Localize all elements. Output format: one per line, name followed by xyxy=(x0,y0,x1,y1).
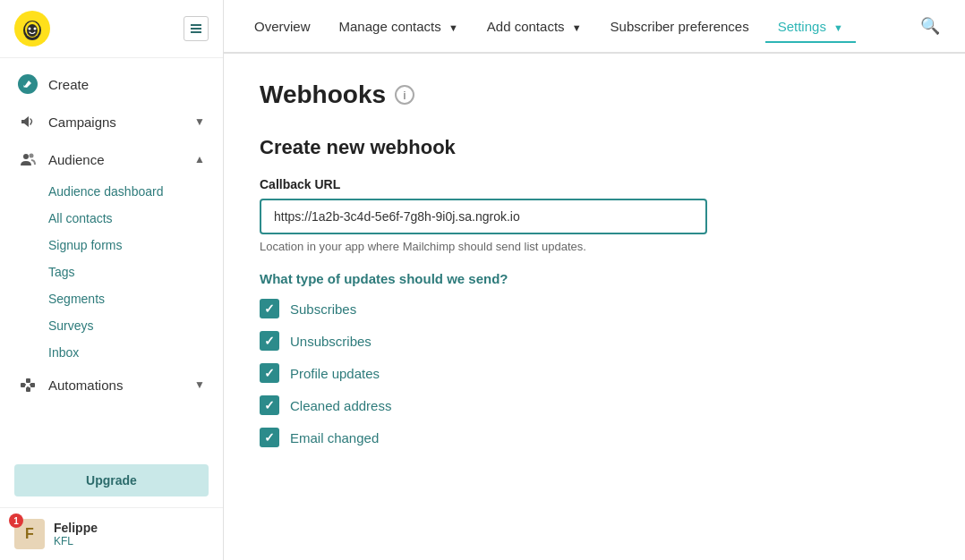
sidebar-item-signup-forms[interactable]: Signup forms xyxy=(48,232,223,259)
cleaned-address-checkbox[interactable]: ✓ xyxy=(260,395,279,415)
main-content: Overview Manage contacts ▼ Add contacts … xyxy=(224,0,965,560)
top-nav-settings[interactable]: Settings ▼ xyxy=(765,12,856,43)
sidebar-audience-label: Audience xyxy=(48,152,105,167)
updates-question: What type of updates should we send? xyxy=(260,271,929,286)
user-name: Felippe xyxy=(54,521,98,535)
sidebar-header xyxy=(0,0,223,58)
checkbox-cleaned-address: ✓ Cleaned address xyxy=(260,395,929,415)
people-icon xyxy=(18,149,38,169)
campaigns-chevron-icon: ▼ xyxy=(194,115,205,128)
sidebar: Create Campaigns ▼ A xyxy=(0,0,224,560)
add-contacts-chevron-icon: ▼ xyxy=(572,22,582,33)
svg-rect-12 xyxy=(21,383,25,387)
sidebar-item-inbox[interactable]: Inbox xyxy=(48,339,223,366)
mailchimp-logo xyxy=(14,11,50,47)
sidebar-item-campaigns[interactable]: Campaigns ▼ xyxy=(0,103,223,140)
sidebar-item-tags[interactable]: Tags xyxy=(48,259,223,285)
sidebar-item-surveys[interactable]: Surveys xyxy=(48,312,223,339)
page-title-row: Webhooks i xyxy=(260,81,929,109)
search-icon[interactable]: 🔍 xyxy=(913,9,947,43)
checkbox-profile-updates: ✓ Profile updates xyxy=(260,363,929,383)
sidebar-item-automations[interactable]: Automations ▼ xyxy=(0,366,223,403)
automations-chevron-icon: ▼ xyxy=(194,378,205,391)
callback-url-input[interactable] xyxy=(260,199,707,234)
svg-point-4 xyxy=(29,28,31,30)
checkbox-email-changed: ✓ Email changed xyxy=(260,428,929,447)
page-title: Webhooks xyxy=(260,81,386,109)
profile-updates-checkbox[interactable]: ✓ xyxy=(260,363,279,383)
top-nav-overview[interactable]: Overview xyxy=(242,12,323,43)
svg-rect-7 xyxy=(191,28,201,30)
avatar-badge: 1 xyxy=(9,513,23,528)
top-nav-add-contacts[interactable]: Add contacts ▼ xyxy=(474,12,594,43)
user-org: KFL xyxy=(54,535,98,547)
email-changed-checkbox[interactable]: ✓ xyxy=(260,428,279,447)
svg-rect-14 xyxy=(30,383,35,387)
sidebar-user: 1 F Felippe KFL xyxy=(0,507,223,560)
sidebar-automations-label: Automations xyxy=(48,378,123,393)
manage-contacts-chevron-icon: ▼ xyxy=(448,22,458,33)
subscribes-label[interactable]: Subscribes xyxy=(290,301,356,317)
audience-sub-nav: Audience dashboard All contacts Signup f… xyxy=(0,178,223,366)
svg-point-10 xyxy=(23,154,29,159)
info-icon[interactable]: i xyxy=(395,85,414,105)
sidebar-item-segments[interactable]: Segments xyxy=(48,285,223,312)
callback-url-group: Callback URL Location in your app where … xyxy=(260,177,929,253)
svg-rect-6 xyxy=(191,24,201,26)
svg-rect-8 xyxy=(191,31,201,33)
subscribes-checkbox[interactable]: ✓ xyxy=(260,299,279,318)
check-icon: ✓ xyxy=(264,301,275,316)
sidebar-item-audience[interactable]: Audience ▲ xyxy=(0,140,223,178)
svg-point-11 xyxy=(30,154,34,158)
unsubscribes-checkbox[interactable]: ✓ xyxy=(260,331,279,351)
section-title: Create new webhook xyxy=(260,136,929,159)
settings-chevron-icon: ▼ xyxy=(833,22,843,33)
sidebar-nav: Create Campaigns ▼ A xyxy=(0,58,223,454)
callback-url-label: Callback URL xyxy=(260,177,929,191)
automations-icon xyxy=(18,375,38,395)
check-icon: ✓ xyxy=(264,366,275,380)
top-nav: Overview Manage contacts ▼ Add contacts … xyxy=(224,0,965,54)
unsubscribes-label[interactable]: Unsubscribes xyxy=(290,334,371,349)
callback-url-hint: Location in your app where Mailchimp sho… xyxy=(260,240,929,253)
top-nav-subscriber-preferences[interactable]: Subscriber preferences xyxy=(598,12,762,43)
upgrade-button[interactable]: Upgrade xyxy=(14,464,209,496)
avatar: 1 F xyxy=(14,519,45,549)
sidebar-item-all-contacts[interactable]: All contacts xyxy=(48,205,223,232)
cleaned-address-label[interactable]: Cleaned address xyxy=(290,398,391,413)
check-icon: ✓ xyxy=(264,430,275,445)
sidebar-item-audience-dashboard[interactable]: Audience dashboard xyxy=(48,178,223,205)
content-area: Webhooks i Create new webhook Callback U… xyxy=(224,54,965,560)
check-icon: ✓ xyxy=(264,334,275,348)
profile-updates-label[interactable]: Profile updates xyxy=(290,366,380,381)
pencil-icon xyxy=(18,74,38,94)
checkboxes-list: ✓ Subscribes ✓ Unsubscribes ✓ Profile up… xyxy=(260,299,929,447)
sidebar-toggle-button[interactable] xyxy=(184,16,209,41)
megaphone-icon xyxy=(18,112,38,132)
svg-point-3 xyxy=(27,24,38,37)
checkbox-subscribes: ✓ Subscribes xyxy=(260,299,929,318)
check-icon: ✓ xyxy=(264,398,275,412)
user-info: Felippe KFL xyxy=(54,521,98,547)
email-changed-label[interactable]: Email changed xyxy=(290,430,379,445)
sidebar-campaigns-label: Campaigns xyxy=(48,115,116,130)
sidebar-item-create[interactable]: Create xyxy=(0,65,223,103)
checkbox-unsubscribes: ✓ Unsubscribes xyxy=(260,331,929,351)
sidebar-create-label: Create xyxy=(48,77,89,92)
svg-point-5 xyxy=(34,28,37,30)
audience-chevron-icon: ▲ xyxy=(194,153,205,165)
svg-rect-15 xyxy=(26,387,30,392)
sidebar-toggle-icon xyxy=(189,21,203,36)
top-nav-manage-contacts[interactable]: Manage contacts ▼ xyxy=(327,12,471,43)
